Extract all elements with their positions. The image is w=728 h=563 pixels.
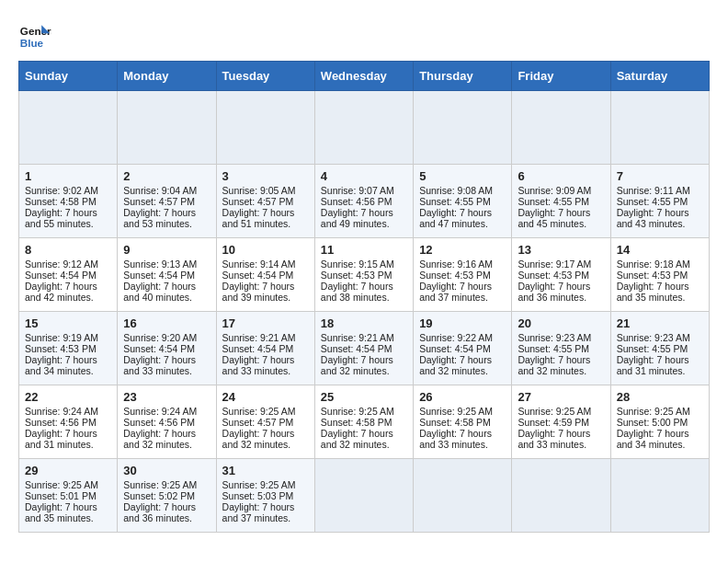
calendar-cell: 22Sunrise: 9:24 AMSunset: 4:56 PMDayligh…	[19, 385, 118, 459]
sunset-text: Sunset: 4:57 PM	[222, 417, 294, 428]
calendar-cell	[610, 91, 709, 165]
sunrise-text: Sunrise: 9:13 AM	[123, 259, 197, 270]
calendar-week-4: 15Sunrise: 9:19 AMSunset: 4:53 PMDayligh…	[19, 312, 710, 385]
sunrise-text: Sunrise: 9:15 AM	[321, 259, 394, 270]
day-number: 24	[222, 390, 309, 404]
daylight-text: Daylight: 7 hours and 33 minutes.	[518, 428, 590, 450]
daylight-text: Daylight: 7 hours and 32 minutes.	[222, 428, 295, 450]
sunset-text: Sunset: 4:54 PM	[25, 270, 97, 281]
sunset-text: Sunset: 4:55 PM	[419, 196, 491, 207]
day-number: 30	[123, 464, 210, 477]
header-tuesday: Tuesday	[216, 62, 314, 91]
daylight-text: Daylight: 7 hours and 32 minutes.	[419, 354, 492, 376]
calendar-cell	[19, 91, 118, 165]
calendar-cell: 1Sunrise: 9:02 AMSunset: 4:58 PMDaylight…	[19, 165, 118, 238]
calendar-cell	[414, 459, 512, 533]
sunset-text: Sunset: 4:59 PM	[518, 417, 589, 428]
calendar-cell: 19Sunrise: 9:22 AMSunset: 4:54 PMDayligh…	[414, 312, 512, 385]
daylight-text: Daylight: 7 hours and 37 minutes.	[222, 501, 295, 523]
day-number: 10	[222, 243, 309, 257]
day-number: 29	[25, 464, 111, 477]
daylight-text: Daylight: 7 hours and 31 minutes.	[25, 428, 97, 450]
sunset-text: Sunset: 4:53 PM	[25, 343, 97, 354]
daylight-text: Daylight: 7 hours and 34 minutes.	[25, 354, 97, 376]
daylight-text: Daylight: 7 hours and 36 minutes.	[518, 281, 590, 303]
sunrise-text: Sunrise: 9:05 AM	[222, 185, 296, 196]
calendar-cell: 9Sunrise: 9:13 AMSunset: 4:54 PMDaylight…	[118, 238, 216, 312]
calendar-cell: 28Sunrise: 9:25 AMSunset: 5:00 PMDayligh…	[610, 385, 709, 459]
sunset-text: Sunset: 4:54 PM	[419, 343, 491, 354]
header-saturday: Saturday	[610, 62, 709, 91]
header-sunday: Sunday	[19, 62, 118, 91]
day-number: 14	[617, 243, 703, 257]
calendar-cell	[216, 91, 314, 165]
sunset-text: Sunset: 4:55 PM	[518, 196, 589, 207]
calendar-cell: 8Sunrise: 9:12 AMSunset: 4:54 PMDaylight…	[19, 238, 118, 312]
calendar-cell: 15Sunrise: 9:19 AMSunset: 4:53 PMDayligh…	[19, 312, 118, 385]
calendar-cell: 16Sunrise: 9:20 AMSunset: 4:54 PMDayligh…	[118, 312, 216, 385]
header-wednesday: Wednesday	[314, 62, 413, 91]
day-number: 16	[123, 316, 210, 330]
day-number: 23	[123, 390, 210, 404]
day-number: 28	[617, 390, 703, 404]
day-number: 7	[617, 169, 703, 183]
daylight-text: Daylight: 7 hours and 43 minutes.	[617, 207, 689, 229]
calendar-cell: 30Sunrise: 9:25 AMSunset: 5:02 PMDayligh…	[118, 459, 216, 533]
day-number: 31	[222, 464, 309, 477]
day-number: 13	[518, 243, 604, 257]
calendar-cell: 12Sunrise: 9:16 AMSunset: 4:53 PMDayligh…	[414, 238, 512, 312]
sunset-text: Sunset: 4:55 PM	[518, 343, 589, 354]
sunset-text: Sunset: 4:53 PM	[321, 270, 392, 281]
calendar-week-2: 1Sunrise: 9:02 AMSunset: 4:58 PMDaylight…	[19, 165, 710, 238]
calendar-cell	[414, 91, 512, 165]
sunset-text: Sunset: 4:54 PM	[123, 270, 195, 281]
sunrise-text: Sunrise: 9:23 AM	[518, 332, 591, 343]
calendar-cell: 18Sunrise: 9:21 AMSunset: 4:54 PMDayligh…	[314, 312, 413, 385]
daylight-text: Daylight: 7 hours and 33 minutes.	[123, 354, 196, 376]
sunrise-text: Sunrise: 9:17 AM	[518, 259, 591, 270]
day-number: 11	[321, 243, 407, 257]
daylight-text: Daylight: 7 hours and 34 minutes.	[617, 428, 689, 450]
sunset-text: Sunset: 4:56 PM	[25, 417, 97, 428]
daylight-text: Daylight: 7 hours and 55 minutes.	[25, 207, 97, 229]
day-number: 19	[419, 316, 506, 330]
sunset-text: Sunset: 4:56 PM	[321, 196, 392, 207]
calendar-cell: 11Sunrise: 9:15 AMSunset: 4:53 PMDayligh…	[314, 238, 413, 312]
day-number: 15	[25, 316, 111, 330]
sunset-text: Sunset: 5:03 PM	[222, 490, 294, 501]
calendar-cell: 31Sunrise: 9:25 AMSunset: 5:03 PMDayligh…	[216, 459, 314, 533]
day-number: 3	[222, 169, 309, 183]
calendar-cell: 29Sunrise: 9:25 AMSunset: 5:01 PMDayligh…	[19, 459, 118, 533]
calendar-cell: 14Sunrise: 9:18 AMSunset: 4:53 PMDayligh…	[610, 238, 709, 312]
daylight-text: Daylight: 7 hours and 40 minutes.	[123, 281, 196, 303]
calendar-cell	[512, 91, 610, 165]
calendar-cell: 6Sunrise: 9:09 AMSunset: 4:55 PMDaylight…	[512, 165, 610, 238]
sunrise-text: Sunrise: 9:21 AM	[222, 332, 296, 343]
sunrise-text: Sunrise: 9:19 AM	[25, 332, 98, 343]
sunset-text: Sunset: 4:53 PM	[617, 270, 688, 281]
calendar-header-row: SundayMondayTuesdayWednesdayThursdayFrid…	[19, 62, 710, 91]
daylight-text: Daylight: 7 hours and 35 minutes.	[25, 501, 97, 523]
sunrise-text: Sunrise: 9:07 AM	[321, 185, 394, 196]
daylight-text: Daylight: 7 hours and 36 minutes.	[123, 501, 196, 523]
sunrise-text: Sunrise: 9:25 AM	[419, 406, 493, 417]
sunrise-text: Sunrise: 9:25 AM	[222, 406, 296, 417]
day-number: 22	[25, 390, 111, 404]
sunrise-text: Sunrise: 9:21 AM	[321, 332, 394, 343]
sunrise-text: Sunrise: 9:14 AM	[222, 259, 296, 270]
day-number: 21	[617, 316, 703, 330]
daylight-text: Daylight: 7 hours and 33 minutes.	[419, 428, 492, 450]
daylight-text: Daylight: 7 hours and 47 minutes.	[419, 207, 492, 229]
calendar-table: SundayMondayTuesdayWednesdayThursdayFrid…	[18, 61, 710, 533]
day-number: 27	[518, 390, 604, 404]
day-number: 2	[123, 169, 210, 183]
sunset-text: Sunset: 4:58 PM	[321, 417, 392, 428]
calendar-week-1	[19, 91, 710, 165]
daylight-text: Daylight: 7 hours and 37 minutes.	[419, 281, 492, 303]
sunrise-text: Sunrise: 9:09 AM	[518, 185, 591, 196]
sunset-text: Sunset: 4:58 PM	[419, 417, 491, 428]
sunrise-text: Sunrise: 9:22 AM	[419, 332, 493, 343]
calendar-cell: 2Sunrise: 9:04 AMSunset: 4:57 PMDaylight…	[118, 165, 216, 238]
calendar-week-3: 8Sunrise: 9:12 AMSunset: 4:54 PMDaylight…	[19, 238, 710, 312]
header-friday: Friday	[512, 62, 610, 91]
